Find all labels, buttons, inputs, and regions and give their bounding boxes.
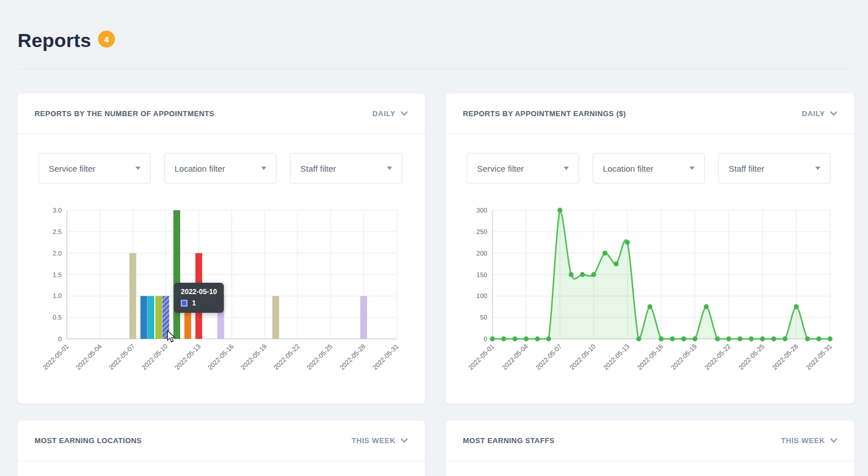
locations-period-select[interactable]: THIS WEEK	[351, 436, 408, 445]
period-label: DAILY	[802, 109, 825, 118]
filter-label: Staff filter	[729, 164, 764, 173]
card-header: MOST EARNING STAFFS THIS WEEK	[446, 420, 854, 461]
svg-text:2022-05-01: 2022-05-01	[467, 343, 495, 371]
location-filter-dropdown[interactable]: Location filter	[593, 153, 705, 184]
svg-text:2022-05-28: 2022-05-28	[338, 343, 367, 371]
tooltip-color-box	[181, 300, 188, 307]
svg-text:250: 250	[476, 228, 487, 235]
filter-label: Service filter	[49, 164, 96, 173]
caret-down-icon	[387, 167, 392, 170]
svg-text:2022-05-04: 2022-05-04	[501, 343, 530, 372]
caret-down-icon	[261, 167, 266, 170]
staffs-card-title: MOST EARNING STAFFS	[463, 436, 555, 445]
filter-label: Service filter	[477, 164, 524, 173]
svg-text:200: 200	[476, 250, 487, 257]
tooltip-row: 1	[181, 299, 217, 307]
filter-label: Location filter	[603, 164, 653, 173]
svg-text:2022-05-28: 2022-05-28	[771, 343, 799, 371]
card-header: REPORTS BY APPOINTMENT EARNINGS ($) DAIL…	[446, 94, 854, 134]
chart-tooltip: 2022-05-10 1	[174, 283, 224, 313]
svg-text:50: 50	[480, 314, 487, 321]
filter-label: Location filter	[175, 164, 225, 173]
svg-text:2022-05-16: 2022-05-16	[206, 343, 235, 371]
location-filter-dropdown[interactable]: Location filter	[164, 153, 276, 184]
staff-filter-dropdown[interactable]: Staff filter	[718, 153, 831, 184]
mouse-cursor	[167, 330, 176, 343]
svg-text:2022-05-19: 2022-05-19	[240, 343, 268, 371]
staffs-period-select[interactable]: THIS WEEK	[781, 436, 837, 445]
svg-text:2022-05-07: 2022-05-07	[535, 343, 563, 371]
card-header: REPORTS BY THE NUMBER OF APPOINTMENTS DA…	[18, 94, 425, 134]
page-title: Reports	[18, 29, 91, 52]
svg-text:3.0: 3.0	[53, 207, 62, 214]
earnings-card-title: REPORTS BY APPOINTMENT EARNINGS ($)	[463, 109, 626, 118]
svg-text:2022-05-13: 2022-05-13	[173, 343, 202, 371]
svg-text:0.5: 0.5	[53, 314, 62, 321]
tooltip-date: 2022-05-10	[181, 288, 217, 296]
chevron-down-icon	[830, 438, 837, 443]
svg-text:300: 300	[476, 207, 487, 214]
svg-text:2022-05-25: 2022-05-25	[737, 343, 765, 371]
chevron-down-icon	[830, 111, 837, 116]
staff-filter-dropdown[interactable]: Staff filter	[290, 153, 402, 184]
most-earning-locations-card: MOST EARNING LOCATIONS THIS WEEK	[18, 420, 425, 476]
svg-text:2.0: 2.0	[53, 250, 62, 257]
svg-text:2022-05-31: 2022-05-31	[371, 343, 399, 371]
tooltip-value: 1	[192, 299, 196, 307]
svg-text:2022-05-01: 2022-05-01	[41, 343, 70, 371]
chevron-down-icon	[401, 111, 408, 116]
period-label: DAILY	[372, 109, 395, 118]
caret-down-icon	[690, 167, 695, 170]
svg-text:2022-05-10: 2022-05-10	[568, 343, 597, 371]
earnings-period-select[interactable]: DAILY	[802, 109, 837, 118]
period-label: THIS WEEK	[351, 436, 395, 445]
caret-down-icon	[815, 167, 820, 170]
svg-text:0: 0	[484, 335, 487, 342]
most-earning-staffs-card: MOST EARNING STAFFS THIS WEEK	[446, 420, 854, 476]
appointments-period-select[interactable]: DAILY	[372, 109, 408, 118]
service-filter-dropdown[interactable]: Service filter	[467, 153, 579, 184]
service-filter-dropdown[interactable]: Service filter	[39, 153, 151, 184]
svg-text:2022-05-22: 2022-05-22	[273, 343, 301, 371]
svg-text:2022-05-13: 2022-05-13	[602, 343, 631, 371]
svg-text:2022-05-31: 2022-05-31	[805, 343, 833, 371]
svg-text:2022-05-25: 2022-05-25	[305, 343, 334, 371]
earnings-line-chart[interactable]: 0501001502002503002022-05-012022-05-0420…	[463, 206, 837, 396]
reports-count-badge: 4	[98, 31, 115, 48]
period-label: THIS WEEK	[781, 436, 825, 445]
caret-down-icon	[564, 167, 569, 170]
svg-text:1.5: 1.5	[53, 271, 62, 278]
filter-label: Staff filter	[300, 164, 336, 173]
svg-text:2022-05-07: 2022-05-07	[108, 343, 136, 371]
svg-text:2022-05-04: 2022-05-04	[75, 343, 104, 372]
svg-text:2022-05-19: 2022-05-19	[670, 343, 698, 371]
appointments-filters: Service filter Location filter Staff fil…	[39, 153, 408, 184]
svg-text:1.0: 1.0	[53, 292, 62, 299]
card-header: MOST EARNING LOCATIONS THIS WEEK	[18, 420, 425, 461]
appointments-report-card: REPORTS BY THE NUMBER OF APPOINTMENTS DA…	[18, 94, 425, 403]
chevron-down-icon	[401, 438, 408, 443]
reports-page: Reports 4 REPORTS BY THE NUMBER OF APPOI…	[0, 0, 868, 476]
svg-text:2.5: 2.5	[53, 228, 62, 235]
svg-text:100: 100	[476, 292, 487, 299]
locations-card-title: MOST EARNING LOCATIONS	[35, 436, 142, 445]
header-divider	[18, 69, 850, 69]
page-header: Reports 4	[18, 29, 115, 52]
earnings-filters: Service filter Location filter Staff fil…	[467, 153, 837, 184]
svg-text:0: 0	[58, 335, 62, 342]
caret-down-icon	[135, 167, 141, 170]
appointments-card-title: REPORTS BY THE NUMBER OF APPOINTMENTS	[35, 109, 214, 118]
svg-text:2022-05-22: 2022-05-22	[704, 343, 732, 371]
svg-text:2022-05-16: 2022-05-16	[636, 343, 664, 371]
earnings-report-card: REPORTS BY APPOINTMENT EARNINGS ($) DAIL…	[446, 94, 854, 403]
svg-text:2022-05-10: 2022-05-10	[141, 343, 169, 371]
svg-text:150: 150	[476, 271, 487, 278]
